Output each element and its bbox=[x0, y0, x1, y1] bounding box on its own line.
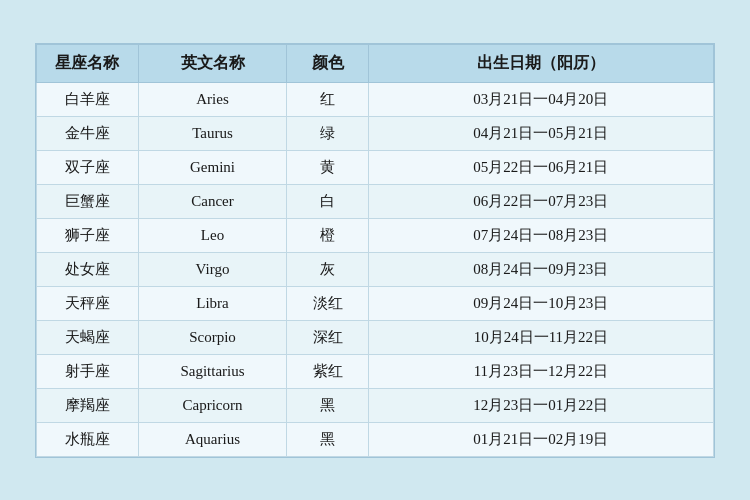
cell-color: 白 bbox=[287, 184, 368, 218]
cell-en-name: Cancer bbox=[138, 184, 287, 218]
cell-en-name: Sagittarius bbox=[138, 354, 287, 388]
cell-date: 04月21日一05月21日 bbox=[368, 116, 713, 150]
cell-color: 黑 bbox=[287, 422, 368, 456]
cell-zh-name: 水瓶座 bbox=[37, 422, 139, 456]
cell-date: 07月24日一08月23日 bbox=[368, 218, 713, 252]
cell-en-name: Leo bbox=[138, 218, 287, 252]
table-row: 巨蟹座Cancer白06月22日一07月23日 bbox=[37, 184, 714, 218]
cell-en-name: Scorpio bbox=[138, 320, 287, 354]
cell-en-name: Libra bbox=[138, 286, 287, 320]
zodiac-table-container: 星座名称 英文名称 颜色 出生日期（阳历） 白羊座Aries红03月21日一04… bbox=[35, 43, 715, 458]
table-header-row: 星座名称 英文名称 颜色 出生日期（阳历） bbox=[37, 44, 714, 82]
cell-en-name: Virgo bbox=[138, 252, 287, 286]
cell-date: 12月23日一01月22日 bbox=[368, 388, 713, 422]
cell-color: 深红 bbox=[287, 320, 368, 354]
table-row: 处女座Virgo灰08月24日一09月23日 bbox=[37, 252, 714, 286]
table-row: 天秤座Libra淡红09月24日一10月23日 bbox=[37, 286, 714, 320]
cell-zh-name: 处女座 bbox=[37, 252, 139, 286]
cell-date: 11月23日一12月22日 bbox=[368, 354, 713, 388]
cell-zh-name: 摩羯座 bbox=[37, 388, 139, 422]
cell-color: 紫红 bbox=[287, 354, 368, 388]
cell-date: 08月24日一09月23日 bbox=[368, 252, 713, 286]
table-row: 白羊座Aries红03月21日一04月20日 bbox=[37, 82, 714, 116]
cell-color: 黑 bbox=[287, 388, 368, 422]
cell-zh-name: 双子座 bbox=[37, 150, 139, 184]
table-row: 射手座Sagittarius紫红11月23日一12月22日 bbox=[37, 354, 714, 388]
cell-color: 橙 bbox=[287, 218, 368, 252]
table-row: 狮子座Leo橙07月24日一08月23日 bbox=[37, 218, 714, 252]
cell-zh-name: 天秤座 bbox=[37, 286, 139, 320]
cell-en-name: Capricorn bbox=[138, 388, 287, 422]
header-color: 颜色 bbox=[287, 44, 368, 82]
table-row: 天蝎座Scorpio深红10月24日一11月22日 bbox=[37, 320, 714, 354]
cell-date: 05月22日一06月21日 bbox=[368, 150, 713, 184]
cell-en-name: Aries bbox=[138, 82, 287, 116]
table-row: 水瓶座Aquarius黑01月21日一02月19日 bbox=[37, 422, 714, 456]
cell-en-name: Aquarius bbox=[138, 422, 287, 456]
cell-color: 绿 bbox=[287, 116, 368, 150]
cell-en-name: Gemini bbox=[138, 150, 287, 184]
table-row: 摩羯座Capricorn黑12月23日一01月22日 bbox=[37, 388, 714, 422]
cell-zh-name: 天蝎座 bbox=[37, 320, 139, 354]
header-zh-name: 星座名称 bbox=[37, 44, 139, 82]
cell-date: 01月21日一02月19日 bbox=[368, 422, 713, 456]
header-date: 出生日期（阳历） bbox=[368, 44, 713, 82]
cell-color: 红 bbox=[287, 82, 368, 116]
cell-date: 03月21日一04月20日 bbox=[368, 82, 713, 116]
cell-color: 灰 bbox=[287, 252, 368, 286]
table-row: 金牛座Taurus绿04月21日一05月21日 bbox=[37, 116, 714, 150]
cell-zh-name: 白羊座 bbox=[37, 82, 139, 116]
zodiac-table: 星座名称 英文名称 颜色 出生日期（阳历） 白羊座Aries红03月21日一04… bbox=[36, 44, 714, 457]
cell-color: 黄 bbox=[287, 150, 368, 184]
cell-date: 09月24日一10月23日 bbox=[368, 286, 713, 320]
cell-zh-name: 射手座 bbox=[37, 354, 139, 388]
cell-date: 06月22日一07月23日 bbox=[368, 184, 713, 218]
cell-zh-name: 金牛座 bbox=[37, 116, 139, 150]
table-row: 双子座Gemini黄05月22日一06月21日 bbox=[37, 150, 714, 184]
cell-zh-name: 巨蟹座 bbox=[37, 184, 139, 218]
header-en-name: 英文名称 bbox=[138, 44, 287, 82]
cell-zh-name: 狮子座 bbox=[37, 218, 139, 252]
cell-date: 10月24日一11月22日 bbox=[368, 320, 713, 354]
cell-color: 淡红 bbox=[287, 286, 368, 320]
cell-en-name: Taurus bbox=[138, 116, 287, 150]
